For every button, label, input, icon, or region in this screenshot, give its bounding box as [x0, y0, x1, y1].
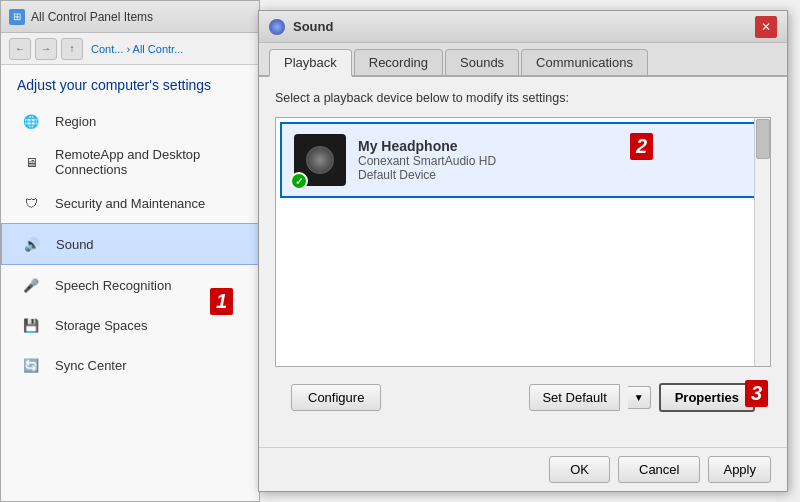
- dialog-description: Select a playback device below to modify…: [275, 91, 771, 105]
- sidebar-item-sync[interactable]: 🔄 Sync Center: [1, 345, 259, 385]
- dialog-title-text: Sound: [293, 19, 333, 34]
- configure-button[interactable]: Configure: [291, 384, 381, 411]
- cp-header: Adjust your computer's settings: [1, 65, 259, 101]
- sidebar-item-remoteapp[interactable]: 🖥 RemoteApp and Desktop Connections: [1, 141, 259, 183]
- default-check-badge: ✓: [290, 172, 308, 190]
- scrollbar-thumb: [756, 119, 770, 159]
- badge-2: 2: [630, 133, 653, 160]
- dialog-footer: OK Cancel Apply: [259, 447, 787, 491]
- sidebar-item-sync-label: Sync Center: [55, 358, 127, 373]
- sidebar-item-security[interactable]: 🛡 Security and Maintenance: [1, 183, 259, 223]
- device-list-scrollbar[interactable]: [754, 118, 770, 366]
- speaker-graphic: [306, 146, 334, 174]
- forward-button[interactable]: →: [35, 38, 57, 60]
- dialog-tabs: Playback Recording Sounds Communications: [259, 43, 787, 77]
- storage-icon: 💾: [17, 311, 45, 339]
- dialog-close-button[interactable]: ✕: [755, 16, 777, 38]
- sidebar-item-sound-label: Sound: [56, 237, 94, 252]
- speech-icon: 🎤: [17, 271, 45, 299]
- cp-items-list: 🌐 Region 🖥 RemoteApp and Desktop Connect…: [1, 101, 259, 385]
- cancel-button[interactable]: Cancel: [618, 456, 700, 483]
- breadcrumb: Cont... › All Contr...: [91, 43, 183, 55]
- remoteapp-icon: 🖥: [17, 148, 45, 176]
- device-icon-headphone: ✓: [294, 134, 346, 186]
- properties-button[interactable]: Properties: [659, 383, 755, 412]
- set-default-arrow-button[interactable]: ▼: [628, 386, 651, 409]
- tab-communications[interactable]: Communications: [521, 49, 648, 75]
- control-panel-window: ⊞ All Control Panel Items ← → ↑ Cont... …: [0, 0, 260, 502]
- sidebar-item-speech-label: Speech Recognition: [55, 278, 171, 293]
- cp-title-text: All Control Panel Items: [31, 10, 153, 24]
- sidebar-item-region-label: Region: [55, 114, 96, 129]
- dialog-content: Select a playback device below to modify…: [259, 77, 787, 434]
- cp-nav-bar: ← → ↑ Cont... › All Contr...: [1, 33, 259, 65]
- device-name: My Headphone: [358, 138, 752, 154]
- device-list: ✓ My Headphone Conexant SmartAudio HD De…: [275, 117, 771, 367]
- tab-recording[interactable]: Recording: [354, 49, 443, 75]
- back-button[interactable]: ←: [9, 38, 31, 60]
- device-driver: Conexant SmartAudio HD: [358, 154, 752, 168]
- apply-button[interactable]: Apply: [708, 456, 771, 483]
- cp-title-icon: ⊞: [9, 9, 25, 25]
- badge-1: 1: [210, 288, 233, 315]
- device-info: My Headphone Conexant SmartAudio HD Defa…: [358, 138, 752, 182]
- badge-3: 3: [745, 380, 768, 407]
- region-icon: 🌐: [17, 107, 45, 135]
- sidebar-item-security-label: Security and Maintenance: [55, 196, 205, 211]
- sidebar-item-sound[interactable]: 🔊 Sound: [1, 223, 259, 265]
- security-icon: 🛡: [17, 189, 45, 217]
- up-button[interactable]: ↑: [61, 38, 83, 60]
- dialog-titlebar: Sound ✕: [259, 11, 787, 43]
- device-status: Default Device: [358, 168, 752, 182]
- set-default-button[interactable]: Set Default: [529, 384, 619, 411]
- sidebar-item-remoteapp-label: RemoteApp and Desktop Connections: [55, 147, 243, 177]
- cp-titlebar: ⊞ All Control Panel Items: [1, 1, 259, 33]
- ok-button[interactable]: OK: [549, 456, 610, 483]
- sound-icon: 🔊: [18, 230, 46, 258]
- sidebar-item-region[interactable]: 🌐 Region: [1, 101, 259, 141]
- device-item-headphone[interactable]: ✓ My Headphone Conexant SmartAudio HD De…: [280, 122, 766, 198]
- tab-sounds[interactable]: Sounds: [445, 49, 519, 75]
- sound-dialog: Sound ✕ Playback Recording Sounds Commun…: [258, 10, 788, 492]
- sidebar-item-storage-label: Storage Spaces: [55, 318, 148, 333]
- dialog-sound-icon: [269, 19, 285, 35]
- dialog-action-buttons: Configure Set Default ▼ Properties: [275, 375, 771, 420]
- tab-playback[interactable]: Playback: [269, 49, 352, 77]
- sync-icon: 🔄: [17, 351, 45, 379]
- dialog-title-left: Sound: [269, 19, 333, 35]
